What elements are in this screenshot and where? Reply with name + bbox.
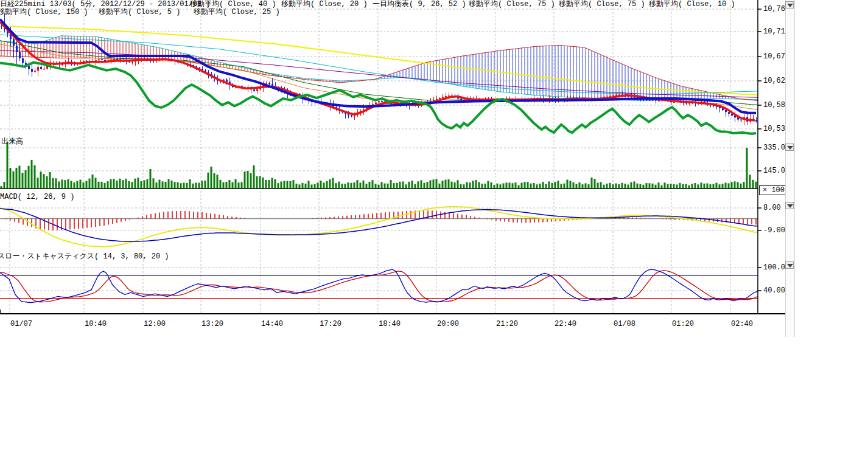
chevron-down-icon [787,204,793,208]
x-axis-label: 18:40 [379,320,401,328]
legend-item: 移動平均( Close, 25 ) [194,9,280,16]
x-axis-label: 01/08 [614,320,635,328]
chart-window: 日経225mini 13/03( 5分, 2012/12/29 - 2013/0… [0,0,868,467]
chevron-down-icon [787,4,793,7]
legend-item: 一目均衡表( 9, 26, 52 ) [373,1,466,9]
x-axis-label: 14:40 [261,320,283,328]
macd-axis-label: -9.00 [763,226,785,235]
legend-item: 移動平均( Close, 75 ) [559,1,645,9]
macd-panel-dropdown-button[interactable] [785,202,794,209]
macd-panel-label: MACD( 12, 26, 9 ) [0,193,74,201]
x-axis-label: 20:00 [437,320,459,328]
x-axis-label: 21:20 [496,320,518,328]
volume-panel-dropdown-button[interactable] [785,144,794,151]
x-axis-label: 02:40 [731,320,753,328]
x-axis-label: 12:00 [144,320,166,328]
legend-item: 移動平均( Close, 10 ) [649,1,735,9]
macd-axis-label: 8.00 [763,204,781,212]
stochastics-panel-dropdown-button[interactable] [785,261,794,269]
chevron-down-icon [787,264,793,268]
legend-item: 移動平均( Close, 150 ) [0,9,88,16]
x-axis-label: 22:40 [555,320,576,328]
chevron-down-icon [787,146,793,150]
legend-item: 移動平均( Close, 75 ) [469,1,555,9]
x-axis-label: 01:20 [672,320,694,328]
price-panel-dropdown-button[interactable] [785,1,794,9]
legend-item: 移動平均( Close, 20 ) [281,1,368,9]
x-axis-label: 10:40 [85,320,107,328]
stochastics-panel-label: スロー・ストキャスティクス( 14, 3, 80, 20 ) [0,253,169,261]
x-axis-label: 01/07 [10,320,32,328]
chart-canvas [0,0,868,467]
legend-item: 移動平均( Close, 5 ) [99,9,180,16]
x-axis-label: 13:20 [201,320,223,328]
right-scroll-strip[interactable] [785,0,795,337]
volume-panel-label: 出来高 [1,138,23,146]
stoch-axis-label: 40.00 [763,286,785,295]
volume-multiplier-badge: × 100 [759,185,788,195]
x-axis-label: 17:20 [320,320,341,328]
